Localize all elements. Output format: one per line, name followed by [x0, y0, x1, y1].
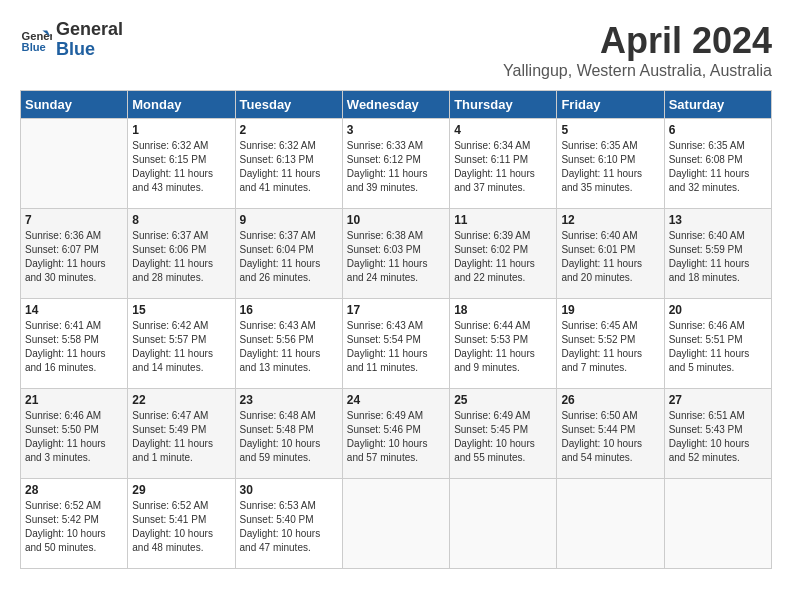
day-info: Sunrise: 6:40 AMSunset: 5:59 PMDaylight:…: [669, 229, 767, 285]
day-info: Sunrise: 6:33 AMSunset: 6:12 PMDaylight:…: [347, 139, 445, 195]
day-cell: 15Sunrise: 6:42 AMSunset: 5:57 PMDayligh…: [128, 299, 235, 389]
day-info: Sunrise: 6:49 AMSunset: 5:46 PMDaylight:…: [347, 409, 445, 465]
logo: General Blue General Blue: [20, 20, 123, 60]
day-number: 11: [454, 213, 552, 227]
day-info: Sunrise: 6:35 AMSunset: 6:10 PMDaylight:…: [561, 139, 659, 195]
day-cell: 27Sunrise: 6:51 AMSunset: 5:43 PMDayligh…: [664, 389, 771, 479]
day-info: Sunrise: 6:42 AMSunset: 5:57 PMDaylight:…: [132, 319, 230, 375]
day-number: 6: [669, 123, 767, 137]
day-cell: 28Sunrise: 6:52 AMSunset: 5:42 PMDayligh…: [21, 479, 128, 569]
day-number: 3: [347, 123, 445, 137]
day-info: Sunrise: 6:50 AMSunset: 5:44 PMDaylight:…: [561, 409, 659, 465]
day-number: 8: [132, 213, 230, 227]
day-info: Sunrise: 6:35 AMSunset: 6:08 PMDaylight:…: [669, 139, 767, 195]
day-info: Sunrise: 6:46 AMSunset: 5:51 PMDaylight:…: [669, 319, 767, 375]
header-cell-friday: Friday: [557, 91, 664, 119]
day-number: 4: [454, 123, 552, 137]
day-cell: 6Sunrise: 6:35 AMSunset: 6:08 PMDaylight…: [664, 119, 771, 209]
logo-icon: General Blue: [20, 24, 52, 56]
day-cell: [342, 479, 449, 569]
day-number: 26: [561, 393, 659, 407]
day-number: 29: [132, 483, 230, 497]
week-row-1: 1Sunrise: 6:32 AMSunset: 6:15 PMDaylight…: [21, 119, 772, 209]
day-info: Sunrise: 6:52 AMSunset: 5:42 PMDaylight:…: [25, 499, 123, 555]
week-row-3: 14Sunrise: 6:41 AMSunset: 5:58 PMDayligh…: [21, 299, 772, 389]
header-cell-saturday: Saturday: [664, 91, 771, 119]
calendar-header: SundayMondayTuesdayWednesdayThursdayFrid…: [21, 91, 772, 119]
day-info: Sunrise: 6:47 AMSunset: 5:49 PMDaylight:…: [132, 409, 230, 465]
day-info: Sunrise: 6:34 AMSunset: 6:11 PMDaylight:…: [454, 139, 552, 195]
day-number: 27: [669, 393, 767, 407]
day-cell: 1Sunrise: 6:32 AMSunset: 6:15 PMDaylight…: [128, 119, 235, 209]
calendar-table: SundayMondayTuesdayWednesdayThursdayFrid…: [20, 90, 772, 569]
week-row-4: 21Sunrise: 6:46 AMSunset: 5:50 PMDayligh…: [21, 389, 772, 479]
month-title: April 2024: [503, 20, 772, 62]
day-number: 19: [561, 303, 659, 317]
day-cell: [21, 119, 128, 209]
day-cell: 26Sunrise: 6:50 AMSunset: 5:44 PMDayligh…: [557, 389, 664, 479]
day-info: Sunrise: 6:43 AMSunset: 5:56 PMDaylight:…: [240, 319, 338, 375]
day-cell: 30Sunrise: 6:53 AMSunset: 5:40 PMDayligh…: [235, 479, 342, 569]
day-cell: 19Sunrise: 6:45 AMSunset: 5:52 PMDayligh…: [557, 299, 664, 389]
day-info: Sunrise: 6:49 AMSunset: 5:45 PMDaylight:…: [454, 409, 552, 465]
day-number: 12: [561, 213, 659, 227]
day-cell: 2Sunrise: 6:32 AMSunset: 6:13 PMDaylight…: [235, 119, 342, 209]
day-cell: 14Sunrise: 6:41 AMSunset: 5:58 PMDayligh…: [21, 299, 128, 389]
week-row-2: 7Sunrise: 6:36 AMSunset: 6:07 PMDaylight…: [21, 209, 772, 299]
day-cell: 23Sunrise: 6:48 AMSunset: 5:48 PMDayligh…: [235, 389, 342, 479]
logo-line2: Blue: [56, 40, 123, 60]
day-cell: 21Sunrise: 6:46 AMSunset: 5:50 PMDayligh…: [21, 389, 128, 479]
title-block: April 2024 Yallingup, Western Australia,…: [503, 20, 772, 80]
day-cell: 22Sunrise: 6:47 AMSunset: 5:49 PMDayligh…: [128, 389, 235, 479]
day-info: Sunrise: 6:52 AMSunset: 5:41 PMDaylight:…: [132, 499, 230, 555]
logo-line1: General: [56, 20, 123, 40]
day-number: 2: [240, 123, 338, 137]
day-cell: 7Sunrise: 6:36 AMSunset: 6:07 PMDaylight…: [21, 209, 128, 299]
day-number: 13: [669, 213, 767, 227]
day-info: Sunrise: 6:53 AMSunset: 5:40 PMDaylight:…: [240, 499, 338, 555]
page-header: General Blue General Blue April 2024 Yal…: [20, 20, 772, 80]
day-info: Sunrise: 6:38 AMSunset: 6:03 PMDaylight:…: [347, 229, 445, 285]
week-row-5: 28Sunrise: 6:52 AMSunset: 5:42 PMDayligh…: [21, 479, 772, 569]
day-cell: 10Sunrise: 6:38 AMSunset: 6:03 PMDayligh…: [342, 209, 449, 299]
day-info: Sunrise: 6:37 AMSunset: 6:06 PMDaylight:…: [132, 229, 230, 285]
header-cell-tuesday: Tuesday: [235, 91, 342, 119]
day-cell: 29Sunrise: 6:52 AMSunset: 5:41 PMDayligh…: [128, 479, 235, 569]
day-cell: 4Sunrise: 6:34 AMSunset: 6:11 PMDaylight…: [450, 119, 557, 209]
day-cell: 17Sunrise: 6:43 AMSunset: 5:54 PMDayligh…: [342, 299, 449, 389]
day-number: 1: [132, 123, 230, 137]
day-number: 7: [25, 213, 123, 227]
day-cell: 20Sunrise: 6:46 AMSunset: 5:51 PMDayligh…: [664, 299, 771, 389]
day-number: 24: [347, 393, 445, 407]
header-row: SundayMondayTuesdayWednesdayThursdayFrid…: [21, 91, 772, 119]
svg-text:Blue: Blue: [22, 41, 46, 53]
day-cell: [450, 479, 557, 569]
day-cell: 3Sunrise: 6:33 AMSunset: 6:12 PMDaylight…: [342, 119, 449, 209]
day-number: 9: [240, 213, 338, 227]
day-cell: 16Sunrise: 6:43 AMSunset: 5:56 PMDayligh…: [235, 299, 342, 389]
day-info: Sunrise: 6:39 AMSunset: 6:02 PMDaylight:…: [454, 229, 552, 285]
header-cell-sunday: Sunday: [21, 91, 128, 119]
day-info: Sunrise: 6:36 AMSunset: 6:07 PMDaylight:…: [25, 229, 123, 285]
day-number: 16: [240, 303, 338, 317]
day-info: Sunrise: 6:40 AMSunset: 6:01 PMDaylight:…: [561, 229, 659, 285]
day-info: Sunrise: 6:32 AMSunset: 6:15 PMDaylight:…: [132, 139, 230, 195]
day-number: 5: [561, 123, 659, 137]
day-cell: 12Sunrise: 6:40 AMSunset: 6:01 PMDayligh…: [557, 209, 664, 299]
header-cell-monday: Monday: [128, 91, 235, 119]
day-number: 22: [132, 393, 230, 407]
day-number: 15: [132, 303, 230, 317]
day-cell: 13Sunrise: 6:40 AMSunset: 5:59 PMDayligh…: [664, 209, 771, 299]
day-cell: 24Sunrise: 6:49 AMSunset: 5:46 PMDayligh…: [342, 389, 449, 479]
day-cell: 25Sunrise: 6:49 AMSunset: 5:45 PMDayligh…: [450, 389, 557, 479]
header-cell-thursday: Thursday: [450, 91, 557, 119]
day-info: Sunrise: 6:45 AMSunset: 5:52 PMDaylight:…: [561, 319, 659, 375]
day-info: Sunrise: 6:41 AMSunset: 5:58 PMDaylight:…: [25, 319, 123, 375]
day-info: Sunrise: 6:44 AMSunset: 5:53 PMDaylight:…: [454, 319, 552, 375]
day-cell: 18Sunrise: 6:44 AMSunset: 5:53 PMDayligh…: [450, 299, 557, 389]
day-number: 20: [669, 303, 767, 317]
day-cell: 9Sunrise: 6:37 AMSunset: 6:04 PMDaylight…: [235, 209, 342, 299]
day-number: 18: [454, 303, 552, 317]
header-cell-wednesday: Wednesday: [342, 91, 449, 119]
day-cell: [664, 479, 771, 569]
